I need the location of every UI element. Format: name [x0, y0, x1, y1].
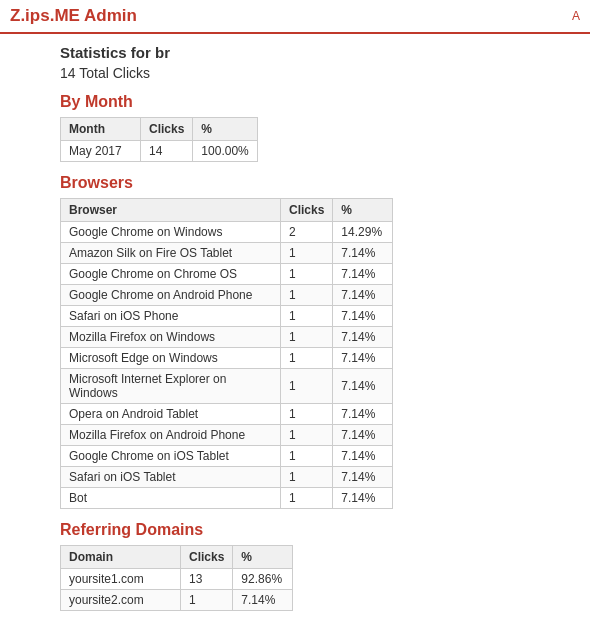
main-content: Statistics for br 14 Total Clicks By Mon…: [0, 34, 590, 617]
stats-label: Statistics for: [60, 44, 155, 61]
table-row: Bot17.14%: [61, 488, 393, 509]
referring-domains-table: Domain Clicks % yoursite1.com1392.86%you…: [60, 545, 293, 611]
app-title: Z.ips.ME Admin: [10, 6, 137, 26]
table-row: Google Chrome on Windows214.29%: [61, 222, 393, 243]
browser-percent-col-header: %: [333, 199, 393, 222]
table-row: Safari on iOS Tablet17.14%: [61, 467, 393, 488]
table-row: Amazon Silk on Fire OS Tablet17.14%: [61, 243, 393, 264]
domain-col-header: Domain: [61, 546, 181, 569]
browser-col-header: Browser: [61, 199, 281, 222]
by-month-table: Month Clicks % May 201714100.00%: [60, 117, 258, 162]
header-link[interactable]: A: [572, 9, 580, 23]
table-row: Microsoft Internet Explorer on Windows17…: [61, 369, 393, 404]
table-row: May 201714100.00%: [61, 141, 258, 162]
total-clicks: 14 Total Clicks: [60, 65, 570, 81]
clicks-col-header: Clicks: [141, 118, 193, 141]
browsers-heading: Browsers: [60, 174, 570, 192]
stats-title: Statistics for br: [60, 44, 570, 61]
table-row: Safari on iOS Phone17.14%: [61, 306, 393, 327]
header: Z.ips.ME Admin A: [0, 0, 590, 34]
by-month-heading: By Month: [60, 93, 570, 111]
referring-domains-heading: Referring Domains: [60, 521, 570, 539]
table-row: Google Chrome on Chrome OS17.14%: [61, 264, 393, 285]
table-row: Microsoft Edge on Windows17.14%: [61, 348, 393, 369]
table-row: yoursite1.com1392.86%: [61, 569, 293, 590]
table-row: Google Chrome on Android Phone17.14%: [61, 285, 393, 306]
browser-clicks-col-header: Clicks: [281, 199, 333, 222]
table-row: Google Chrome on iOS Tablet17.14%: [61, 446, 393, 467]
table-row: Mozilla Firefox on Android Phone17.14%: [61, 425, 393, 446]
table-row: Mozilla Firefox on Windows17.14%: [61, 327, 393, 348]
stats-code: br: [155, 44, 170, 61]
domain-clicks-col-header: Clicks: [181, 546, 233, 569]
domain-percent-col-header: %: [233, 546, 293, 569]
month-col-header: Month: [61, 118, 141, 141]
percent-col-header: %: [193, 118, 257, 141]
browsers-table: Browser Clicks % Google Chrome on Window…: [60, 198, 393, 509]
table-row: Opera on Android Tablet17.14%: [61, 404, 393, 425]
table-row: yoursite2.com17.14%: [61, 590, 293, 611]
